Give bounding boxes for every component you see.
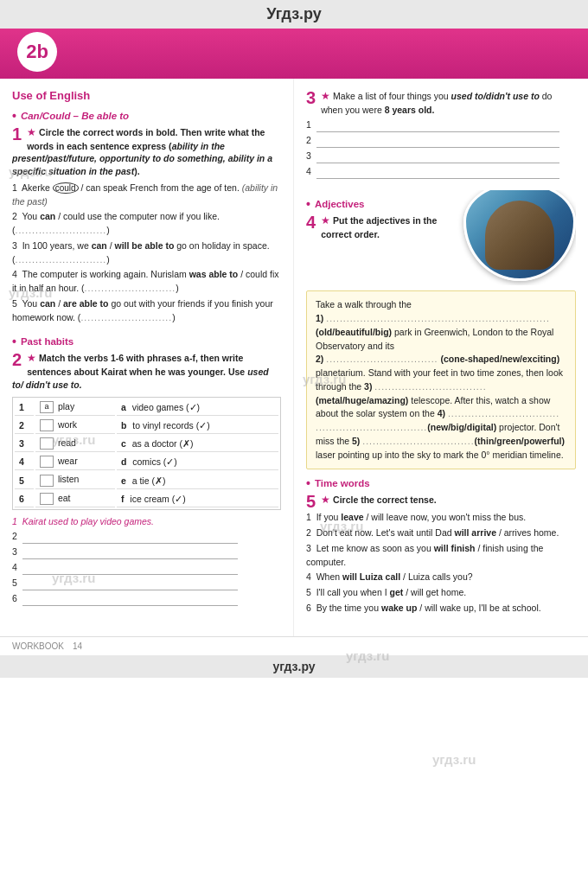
match-box[interactable] — [40, 493, 54, 505]
ex1-sentence-2: 2 You can / could use the computer now i… — [12, 210, 281, 238]
star-icon: ★ — [27, 126, 36, 138]
page-footer: WORKBOOK 14 — [0, 636, 588, 655]
footer-site: угдз.ру — [0, 655, 588, 678]
ex5-sentence-3: 3 Let me know as soon as you will finish… — [306, 542, 576, 570]
match-box[interactable] — [40, 419, 54, 431]
write-line — [316, 120, 559, 132]
ex5-sentence-5: 5 I'll call you when I get / will get ho… — [306, 586, 576, 600]
subsection-can-could: • Can/Could – Be able to — [12, 109, 281, 123]
table-row: 1 a play a video games (✓) — [15, 399, 278, 416]
ex5-sentence-6: 6 By the time you wake up / will wake up… — [306, 602, 576, 616]
ex5-sentence-2: 2 Don't eat now. Let's wait until Dad wi… — [306, 526, 576, 540]
match-box[interactable]: a — [40, 401, 54, 413]
star-icon-3: ★ — [321, 90, 330, 102]
ex1-sentence-5: 5 You can / are able to go out with your… — [12, 297, 281, 325]
footer-label: WORKBOOK — [12, 641, 64, 651]
ex4-number: 4 — [306, 214, 316, 231]
ex1-instruction: ★ Circle the correct words in bold. Then… — [12, 125, 281, 178]
ex3-number: 3 — [306, 89, 316, 106]
watermark-8: угдз.ru — [432, 752, 476, 767]
table-row: 4 wear d comics (✓) — [15, 454, 278, 470]
match-box[interactable] — [40, 437, 54, 450]
write-line — [22, 594, 238, 606]
ex2-write-line-6: 6 — [12, 593, 281, 607]
ex2-number: 2 — [12, 351, 22, 368]
ex5-sentence-1: 1 If you leave / will leave now, you won… — [306, 511, 576, 525]
ex3-line-2: 2 — [306, 135, 576, 149]
exercise-2: 2 ★ Match the verbs 1-6 with phrases a-f… — [12, 351, 281, 608]
main-content: Use of English • Can/Could – Be able to … — [0, 79, 588, 636]
ex1-sentence-3: 3 In 100 years, we can / will be able to… — [12, 239, 281, 267]
building-photo — [463, 190, 576, 281]
ex4-instruction: ★ Put the adjectives in the correct orde… — [306, 214, 457, 240]
top-bar: 2b — [0, 29, 588, 79]
ex3-line-1: 1 — [306, 119, 576, 133]
ex3-line-4: 4 — [306, 166, 576, 180]
table-row: 2 work b to vinyl records (✓) — [15, 418, 278, 434]
write-line — [316, 167, 559, 179]
ex2-write-line-3: 3 — [12, 546, 281, 560]
site-title: Угдз.ру — [266, 5, 322, 22]
ex3-instruction: ★ Make a list of four things you used to… — [306, 89, 576, 116]
ex5-sentence-4: 4 When will Luiza call / Luiza calls you… — [306, 571, 576, 584]
exercise-4: 4 ★ Put the adjectives in the correct or… — [306, 214, 457, 244]
ex3-line-3: 3 — [306, 150, 576, 164]
ex1-sentence-1: 1 Akerke could / can speak French from t… — [12, 182, 281, 209]
match-box[interactable] — [40, 475, 54, 487]
dome-shape — [485, 201, 554, 270]
exercise-1: 1 ★ Circle the correct words in bold. Th… — [12, 125, 281, 326]
write-line — [22, 578, 238, 590]
bullet-icon-4: • — [306, 476, 310, 490]
ex2-write-line-4: 4 — [12, 562, 281, 576]
section-title-use-of-english: Use of English — [12, 89, 281, 102]
ex2-instruction: ★ Match the verbs 1-6 with phrases a-f, … — [12, 351, 281, 391]
passage-box: Take a walk through the 1) .............… — [306, 290, 576, 469]
ex5-instruction: ★ Circle the correct tense. — [306, 493, 576, 507]
table-row: 6 eat f ice cream (✓) — [15, 491, 278, 507]
bullet-icon: • — [12, 109, 16, 123]
star-icon-5: ★ — [321, 494, 330, 506]
footer-site-title: угдз.ру — [272, 660, 315, 673]
write-line — [22, 563, 238, 575]
table-row: 3 read c as a doctor (✗) — [15, 436, 278, 452]
exercise-5: 5 ★ Circle the correct tense. 1 If you l… — [306, 493, 576, 616]
site-header: Угдз.ру — [0, 0, 588, 29]
ex5-number: 5 — [306, 493, 316, 510]
subsection-time-words: • Time words — [306, 476, 576, 490]
ex2-write-line-1: 1 Kairat used to play video games. — [12, 515, 281, 529]
subsection-adjectives: • Adjectives — [306, 197, 457, 211]
table-row: 5 listen e a tie (✗) — [15, 472, 278, 488]
circled-word: could — [53, 182, 79, 194]
subsection-past-habits: • Past habits — [12, 335, 281, 348]
write-line — [22, 532, 238, 544]
right-column: 3 ★ Make a list of four things you used … — [294, 79, 588, 636]
match-box[interactable] — [40, 456, 54, 468]
ex2-write-line-2: 2 — [12, 531, 281, 545]
page-number: 14 — [73, 641, 82, 651]
bullet-icon-3: • — [306, 197, 310, 211]
write-line — [316, 151, 559, 163]
lesson-badge: 2b — [17, 32, 57, 72]
ex1-number: 1 — [12, 125, 22, 143]
write-line — [22, 547, 238, 559]
bullet-icon-2: • — [12, 335, 16, 348]
match-table: 1 a play a video games (✓) 2 work b to v… — [12, 397, 281, 510]
star-icon-2: ★ — [27, 352, 36, 364]
left-column: Use of English • Can/Could – Be able to … — [0, 79, 294, 636]
exercise-3: 3 ★ Make a list of four things you used … — [306, 89, 576, 182]
ex2-write-line-5: 5 — [12, 577, 281, 591]
star-icon-4: ★ — [321, 214, 330, 226]
write-line — [316, 136, 559, 148]
ex1-sentence-4: 4 The computer is working again. Nurisla… — [12, 268, 281, 296]
